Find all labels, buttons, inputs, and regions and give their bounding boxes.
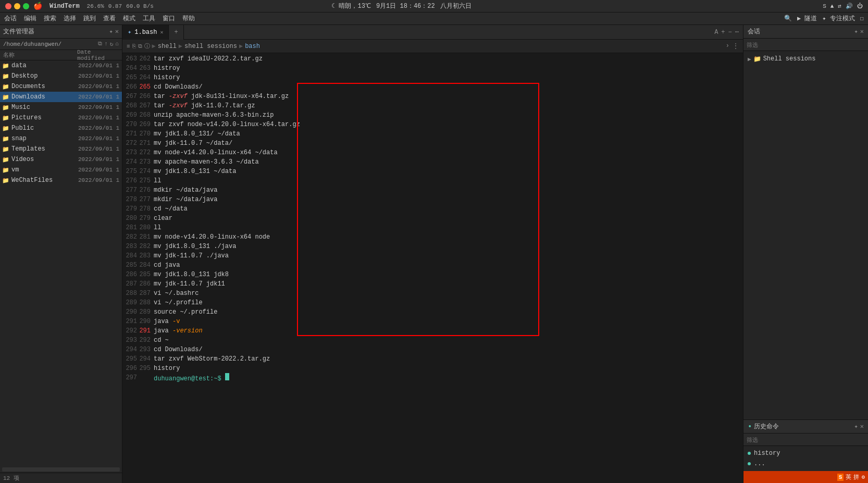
apple-menu[interactable]: 🍎	[33, 2, 42, 10]
line-text: mv jdk1.8.0_131 ~/data	[154, 167, 741, 176]
ime-pinyin[interactable]: 拼	[853, 473, 859, 481]
siri-icon[interactable]: S	[823, 3, 826, 9]
settings-icon[interactable]: ✦	[854, 28, 858, 35]
nav-home-icon[interactable]: ⌂	[115, 41, 119, 47]
file-item-documents[interactable]: 📁 Documents 2022/09/01 1	[0, 81, 122, 92]
menu-bianji[interactable]: 编辑	[24, 14, 36, 23]
tab-icon-plus[interactable]: +	[721, 29, 725, 36]
power-icon[interactable]: ⏻	[857, 3, 863, 9]
term-line-288: 288 287 vi ~/.bashrc	[122, 289, 743, 298]
traffic-lights	[5, 3, 29, 9]
menu-sousuo[interactable]: 搜索	[44, 14, 56, 23]
tunnel-button[interactable]: ▶ 隧道	[797, 14, 817, 23]
history-close-icon[interactable]: ✕	[860, 423, 864, 430]
sessions-search-input[interactable]	[747, 42, 865, 48]
scrollbar-h[interactable]	[2, 467, 120, 472]
file-item-pictures[interactable]: 📁 Pictures 2022/09/01 15	[0, 113, 122, 123]
tab-close-icon[interactable]: ✕	[160, 29, 163, 35]
file-item-music[interactable]: 📁 Music 2022/09/01 1	[0, 102, 122, 113]
history-search[interactable]	[743, 434, 868, 446]
expand-icon[interactable]: ›	[726, 42, 729, 50]
minimize-button[interactable]	[14, 3, 20, 9]
ime-bar[interactable]: S 英 拼 ⚙	[743, 471, 868, 483]
tab-bash[interactable]: ✦ 1.bash ✕	[122, 25, 169, 40]
menu-xuanze[interactable]: 选择	[64, 14, 76, 23]
outer-line-num: 297	[125, 373, 139, 382]
terminal-content[interactable]: 263 262 tar zxvf ideaIU-2022.2.tar.gz 26…	[122, 53, 743, 483]
breadcrumb-shell[interactable]: shell	[158, 43, 177, 50]
file-item-wechatfiles[interactable]: 📁 WeChatFiles 2022/09/01 1	[0, 175, 122, 185]
line-text: cd Downloads/	[154, 82, 741, 92]
tab-add[interactable]: +	[169, 25, 183, 40]
tree-item-label: Shell sessions	[763, 55, 816, 63]
app-container: 🍎 WindTerm 26.6% 0.87 60.0 B/s ☾ 晴朗，13℃ …	[0, 0, 868, 483]
history-settings-icon[interactable]: ✦	[854, 423, 858, 430]
breadcrumb-bar: ≡ ⎘ ⧉ ⓘ ▶ shell ▶ shell sessions ▶ bash …	[122, 40, 743, 53]
file-item-desktop[interactable]: 📁 Desktop 2022/09/01 1	[0, 71, 122, 81]
copy-path-icon[interactable]: ⧉	[98, 41, 102, 47]
refresh-icon[interactable]: ↻	[110, 41, 114, 47]
tree-item-shell-sessions[interactable]: ▶ 📁 Shell sessions	[743, 53, 868, 65]
outer-line-num: 290	[125, 307, 139, 317]
file-item-snap[interactable]: 📁 snap 2022/09/01 15	[0, 133, 122, 144]
menu-extra-icon[interactable]: ▲	[830, 3, 834, 9]
file-item-vm[interactable]: 📁 vm 2022/09/01 1	[0, 165, 122, 175]
more-icon[interactable]: ⋮	[733, 42, 739, 50]
file-item-downloads[interactable]: 📁 Downloads 2022/09/01 1	[0, 92, 122, 102]
new-file-icon[interactable]: ✦	[109, 28, 113, 35]
back-forward-icon[interactable]: ⇄	[838, 3, 841, 9]
tab-icon-more[interactable]: ⋯	[735, 28, 739, 36]
sessions-tree: ▶ 📁 Shell sessions	[743, 51, 868, 238]
menu-gongju[interactable]: 工具	[143, 14, 155, 23]
tab-icon-minus[interactable]: −	[728, 29, 732, 36]
close-button[interactable]	[5, 3, 11, 9]
file-name: Desktop	[11, 72, 76, 80]
focus-mode-button[interactable]: ✦ 专注模式	[822, 14, 854, 23]
history-cmd: ...	[754, 460, 765, 467]
sessions-search[interactable]	[743, 39, 868, 51]
menu-moshi[interactable]: 模式	[123, 14, 135, 23]
nav-left-icon[interactable]: ≡	[127, 43, 130, 49]
file-item-data[interactable]: 📁 data 2022/09/01 1	[0, 60, 122, 71]
term-line-292: 292 291 java -version	[122, 326, 743, 336]
file-date: 2022/09/01 1	[78, 104, 120, 110]
file-item-public[interactable]: 📁 Public 2022/09/01 1	[0, 123, 122, 133]
term-line-266: 266 265 cd Downloads/	[122, 82, 743, 92]
menu-chuangkou[interactable]: 窗口	[163, 14, 175, 23]
history-item-dots[interactable]: ...	[743, 459, 868, 469]
tree-folder-icon: ▶	[748, 56, 751, 63]
breadcrumb-right-icons: › ⋮	[726, 42, 739, 50]
nav-split-icon[interactable]: ⎘	[132, 43, 136, 49]
nav-copy-icon[interactable]: ⧉	[138, 43, 142, 49]
menu-bangzhu[interactable]: 帮助	[182, 14, 195, 23]
file-item-videos[interactable]: 📁 Videos 2022/09/01 1	[0, 154, 122, 165]
menu-tiaodao[interactable]: 跳到	[83, 14, 96, 23]
close-sidebar-icon[interactable]: ✕	[115, 28, 119, 35]
menu-huihua[interactable]: 会话	[4, 14, 17, 23]
outer-line-num: 275	[125, 167, 139, 176]
history-header-icons: ✦ ✕	[854, 423, 864, 430]
line-text: unzip apache-maven-3.6.3-bin.zip	[154, 110, 741, 120]
search-icon[interactable]: 🔍	[784, 15, 792, 22]
tab-icon-a[interactable]: A	[714, 29, 718, 36]
history-item-history[interactable]: history	[743, 448, 868, 459]
history-search-input[interactable]	[747, 437, 865, 443]
menu-chakan[interactable]: 查看	[103, 14, 116, 23]
date-time: 9月1日 18：46：22	[376, 2, 435, 10]
breadcrumb-bash[interactable]: bash	[245, 43, 260, 50]
ime-mode[interactable]: 英	[846, 473, 851, 481]
maximize-button[interactable]	[23, 3, 29, 9]
ime-settings[interactable]: ⚙	[861, 474, 865, 480]
sessions-panel-header: 会话 ✦ ✕	[743, 25, 868, 39]
line-text: ll	[154, 223, 741, 232]
nav-up-icon[interactable]: ↑	[104, 41, 108, 47]
line-text: mkdir ~/data/java	[154, 195, 741, 204]
breadcrumb-shell-sessions[interactable]: shell sessions	[184, 43, 237, 50]
info-icon[interactable]: ⓘ	[144, 42, 150, 50]
file-item-templates[interactable]: 📁 Templates 2022/09/01 1	[0, 144, 122, 154]
volume-icon[interactable]: 🔊	[846, 3, 853, 9]
term-line-269: 269 268 unzip apache-maven-3.6.3-bin.zip	[122, 110, 743, 120]
window-button[interactable]: ☐	[860, 15, 864, 22]
outer-line-num: 296	[125, 364, 139, 373]
close-sessions-icon[interactable]: ✕	[860, 28, 864, 35]
